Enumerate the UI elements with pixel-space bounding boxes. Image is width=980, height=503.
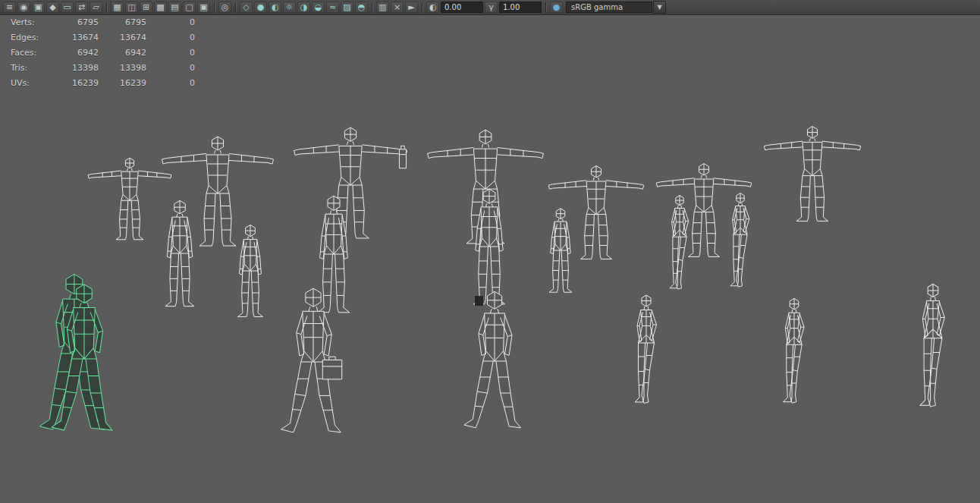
xray-icon[interactable]: ▥ (376, 2, 389, 13)
character-standing-man-1[interactable] (165, 200, 194, 306)
hud-row-label: Faces: (11, 48, 58, 58)
grid-icon[interactable]: ▦ (111, 2, 124, 13)
toolbar-separator (372, 2, 372, 12)
hud-row-label: Verts: (11, 17, 58, 27)
hud-value-second: 13674 (99, 33, 146, 42)
hud-value-second: 13398 (99, 63, 146, 73)
character-tpose-man-2[interactable] (294, 127, 407, 238)
view-transform-dropdown[interactable]: sRGB gamma▼ (566, 1, 666, 14)
hud-value-second: 6795 (99, 17, 146, 27)
character-posed-woman-3[interactable] (920, 284, 944, 407)
safe-title-icon[interactable]: ▣ (197, 2, 210, 13)
hud-value-total: 6795 (58, 17, 99, 27)
xray-joints-icon[interactable]: × (391, 2, 404, 13)
hud-value-second: 6942 (99, 48, 146, 58)
hud-value-selected: 0 (146, 48, 195, 58)
hud-value-total: 13398 (58, 63, 99, 73)
wireframe-display-icon[interactable]: ◇ (240, 2, 253, 13)
character-standing-child[interactable] (238, 225, 263, 317)
character-posed-woman-2[interactable] (784, 298, 805, 403)
film-gate-icon[interactable]: ◫ (125, 2, 138, 13)
hud-row-label: Edges: (11, 33, 58, 42)
shadows-icon[interactable]: ◑ (297, 2, 310, 13)
gamma-icon[interactable]: γ (485, 2, 498, 13)
depth-of-field-icon[interactable]: ◓ (355, 2, 368, 13)
hud-value-selected: 0 (146, 78, 195, 88)
motion-blur-icon[interactable]: ≈ (326, 2, 339, 13)
hud-value-selected: 0 (146, 17, 195, 27)
hud-row: Verts:679567950 (0, 14, 195, 30)
maya-viewport-panel: ≡◉▣◆▭⇄▱▦◫⊞▩▤▢▣◎◇●◐☼◑◒≈▨◓▥×►◐γ●sRGB gamma… (0, 0, 980, 503)
character-bottle-prop[interactable] (399, 146, 406, 168)
gate-mask-icon[interactable]: ▩ (154, 2, 167, 13)
hud-row: UVs:16239162390 (0, 75, 195, 90)
hud-value-selected: 0 (146, 63, 195, 73)
camera-attributes-icon[interactable]: ▣ (32, 2, 45, 13)
hud-row: Edges:13674136740 (0, 30, 195, 45)
hud-row: Faces:694269420 (0, 45, 195, 60)
use-all-lights-icon[interactable]: ☼ (283, 2, 296, 13)
textured-display-icon[interactable]: ◐ (269, 2, 281, 13)
character-standing-woman-1[interactable] (670, 196, 689, 290)
multisample-aa-icon[interactable]: ▨ (341, 2, 353, 13)
hud-row: Tris:13398133980 (0, 60, 195, 75)
toolbar-separator (422, 2, 422, 12)
grease-pencil-icon[interactable]: ▱ (90, 2, 102, 13)
color-management-icon[interactable]: ● (550, 2, 563, 13)
shaded-display-icon[interactable]: ● (254, 2, 267, 13)
panel-menu-icon[interactable]: ≡ (3, 2, 16, 13)
character-briefcase-prop[interactable] (322, 357, 341, 379)
character-tpose-woman-3[interactable] (764, 127, 860, 222)
two-d-pan-zoom-icon[interactable]: ⇄ (75, 2, 88, 13)
isolate-select-icon[interactable]: ◎ (218, 2, 231, 13)
toolbar-separator (106, 2, 107, 12)
toolbar-separator (235, 2, 236, 12)
hud-value-second: 16239 (99, 78, 146, 88)
chevron-down-icon[interactable]: ▼ (653, 1, 666, 14)
character-pivot-marker[interactable] (475, 296, 483, 306)
toolbar-separator (214, 2, 215, 12)
hud-value-total: 16239 (58, 78, 99, 88)
image-plane-icon[interactable]: ▭ (61, 2, 74, 13)
resolution-gate-icon[interactable]: ⊞ (140, 2, 152, 13)
poly-count-hud: Verts:679567950Edges:13674136740Faces:69… (0, 14, 195, 90)
character-standing-slim[interactable] (549, 209, 572, 292)
bookmarks-icon[interactable]: ◆ (46, 2, 59, 13)
selection-highlighting-icon[interactable]: ► (405, 2, 418, 13)
gamma-field[interactable] (499, 2, 542, 13)
hud-row-label: UVs: (11, 78, 58, 88)
character-walking-man-2[interactable] (464, 291, 521, 428)
character-standing-woman-2[interactable] (730, 193, 749, 288)
hud-row-label: Tris: (11, 63, 58, 73)
hud-value-total: 6942 (58, 48, 99, 58)
character-posed-woman-1[interactable] (635, 295, 657, 404)
safe-action-icon[interactable]: ▢ (183, 2, 196, 13)
exposure-field[interactable] (441, 2, 483, 13)
hud-value-selected: 0 (146, 33, 195, 42)
view-transform-dropdown-label[interactable]: sRGB gamma (566, 2, 652, 13)
character-tpose-small[interactable] (88, 158, 171, 240)
lock-camera-icon[interactable]: ◉ (17, 2, 30, 13)
toolbar-separator (545, 2, 546, 12)
screen-space-ao-icon[interactable]: ◒ (312, 2, 325, 13)
hud-value-total: 13674 (58, 33, 99, 42)
panel-toolbar: ≡◉▣◆▭⇄▱▦◫⊞▩▤▢▣◎◇●◐☼◑◒≈▨◓▥×►◐γ●sRGB gamma… (0, 0, 980, 15)
exposure-icon[interactable]: ◐ (426, 2, 439, 13)
field-chart-icon[interactable]: ▤ (168, 2, 181, 13)
